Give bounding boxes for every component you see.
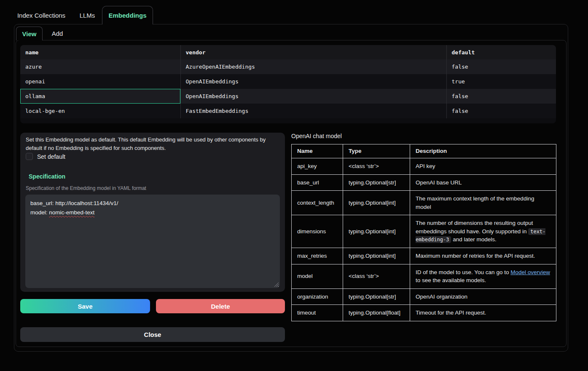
param-column-name: Name — [292, 144, 343, 158]
cell-vendor: OpenAIEmbeddings — [180, 74, 446, 89]
embeddings-table: name vendor default azureAzureOpenAIEmbe… — [20, 45, 556, 118]
param-type: typing.Optional[float] — [343, 305, 410, 321]
column-header-name: name — [20, 45, 180, 59]
set-default-row: Set default — [26, 153, 65, 160]
param-type: <class ‘str’> — [343, 158, 410, 175]
param-type: typing.Optional[int] — [343, 215, 410, 248]
param-description: API key — [410, 158, 556, 175]
embeddings-list-card: name vendor default azureAzureOpenAIEmbe… — [20, 45, 556, 123]
embeddings-table-header: name vendor default — [20, 45, 556, 59]
param-type: <class ‘str’> — [343, 264, 410, 288]
description-text: Timeout for the API request. — [416, 310, 486, 316]
description-text: OpenAI base URL — [416, 179, 462, 186]
param-table: Name Type Description api_key<class ‘str… — [291, 144, 556, 321]
param-row-api_key: api_key<class ‘str’>API key — [292, 158, 556, 175]
param-table-body: api_key<class ‘str’>API keybase_urltypin… — [292, 158, 556, 321]
param-description: The maximum context length of the embedd… — [410, 191, 556, 215]
cell-name: local-bge-en — [20, 104, 180, 118]
cell-vendor: FastEmbedEmbeddings — [180, 104, 446, 118]
embedding-row-openai[interactable]: openaiOpenAIEmbeddingstrue — [20, 74, 556, 89]
cell-default: false — [446, 59, 556, 74]
cell-name: openai — [20, 74, 180, 89]
column-header-vendor: vendor — [180, 45, 446, 59]
embedding-row-local-bge-en[interactable]: local-bge-enFastEmbedEmbeddingsfalse — [20, 104, 556, 118]
cell-default: false — [446, 89, 556, 104]
param-name: dimensions — [292, 215, 343, 248]
param-panel-title: OpenAI chat model — [291, 133, 342, 139]
description-text: and later models. — [451, 236, 496, 243]
description-text: The number of dimensions the resulting o… — [416, 220, 533, 235]
cell-default: true — [446, 74, 556, 89]
param-row-model: model<class ‘str’>ID of the model to use… — [292, 264, 556, 288]
cell-default: false — [446, 104, 556, 118]
embeddings-page: Index Collections LLMs Embeddings View A… — [0, 0, 588, 371]
param-row-base_url: base_urltyping.Optional[str]OpenAI base … — [292, 174, 556, 191]
tab-add[interactable]: Add — [46, 27, 69, 40]
cell-name: azure — [20, 59, 180, 74]
delete-button[interactable]: Delete — [156, 299, 285, 313]
tab-view[interactable]: View — [16, 27, 43, 40]
spec-line-2: model: nomic-embed-text — [30, 208, 275, 217]
param-table-header: Name Type Description — [292, 144, 556, 158]
param-row-timeout: timeouttyping.Optional[float]Timeout for… — [292, 305, 556, 321]
cell-vendor: AzureOpenAIEmbeddings — [180, 59, 446, 74]
param-description: The number of dimensions the resulting o… — [410, 215, 556, 248]
model-overview-link[interactable]: Model overview — [510, 269, 550, 275]
description-text: Maximum number of retries for the API re… — [416, 253, 535, 259]
column-header-default: default — [446, 45, 556, 59]
specification-textarea[interactable]: base_url: http://localhost:11434/v1/mode… — [25, 195, 280, 288]
cell-vendor: OpenAIEmbeddings — [180, 89, 446, 104]
embeddings-table-body: azureAzureOpenAIEmbeddingsfalseopenaiOpe… — [20, 59, 556, 118]
param-description: ID of the model to use. You can go to Mo… — [410, 264, 556, 288]
set-default-label: Set default — [37, 153, 65, 160]
param-name: max_retries — [292, 248, 343, 264]
param-description: Timeout for the API request. — [410, 305, 556, 321]
param-row-max_retries: max_retriestyping.Optional[int]Maximum n… — [292, 248, 556, 264]
tab-index-collections[interactable]: Index Collections — [13, 6, 70, 24]
tab-embeddings[interactable]: Embeddings — [102, 6, 153, 24]
spec-line-1: base_url: http://localhost:11434/v1/ — [30, 199, 275, 208]
param-type: typing.Optional[str] — [343, 174, 410, 191]
specification-title: Specification — [29, 173, 65, 180]
close-button[interactable]: Close — [20, 327, 285, 342]
param-row-context_length: context_lengthtyping.Optional[int]The ma… — [292, 191, 556, 215]
description-text: The maximum context length of the embedd… — [416, 195, 534, 210]
param-description: Maximum number of retries for the API re… — [410, 248, 556, 264]
param-name: model — [292, 264, 343, 288]
embedding-row-azure[interactable]: azureAzureOpenAIEmbeddingsfalse — [20, 59, 556, 74]
description-text: ID of the model to use. You can go to — [416, 269, 510, 275]
param-type: typing.Optional[str] — [343, 288, 410, 305]
cell-name: ollama — [20, 89, 180, 104]
param-type: typing.Optional[int] — [343, 248, 410, 264]
specification-caption: Specification of the Embedding model in … — [26, 185, 146, 191]
param-name: base_url — [292, 174, 343, 191]
description-text: OpenAI organization — [416, 294, 467, 300]
set-default-checkbox[interactable] — [26, 153, 33, 160]
param-name: organization — [292, 288, 343, 305]
param-description: OpenAI base URL — [410, 174, 556, 191]
param-description: OpenAI organization — [410, 288, 556, 305]
param-row-organization: organizationtyping.Optional[str]OpenAI o… — [292, 288, 556, 305]
embedding-detail-card: Set this Embedding model as default. Thi… — [20, 133, 285, 292]
description-text: to see the available models. — [416, 277, 486, 283]
description-text: API key — [416, 163, 435, 169]
param-name: timeout — [292, 305, 343, 321]
param-column-type: Type — [343, 144, 410, 158]
param-row-dimensions: dimensionstyping.Optional[int]The number… — [292, 215, 556, 248]
set-default-help-text: Set this Embedding model as default. Thi… — [26, 136, 279, 152]
tab-llms[interactable]: LLMs — [77, 6, 98, 24]
param-type: typing.Optional[int] — [343, 191, 410, 215]
save-button[interactable]: Save — [20, 299, 150, 313]
param-name: api_key — [292, 158, 343, 175]
resize-handle-icon[interactable] — [274, 282, 279, 287]
param-column-description: Description — [410, 144, 556, 158]
param-name: context_length — [292, 191, 343, 215]
embedding-row-ollama[interactable]: ollamaOpenAIEmbeddingsfalse — [20, 89, 556, 104]
